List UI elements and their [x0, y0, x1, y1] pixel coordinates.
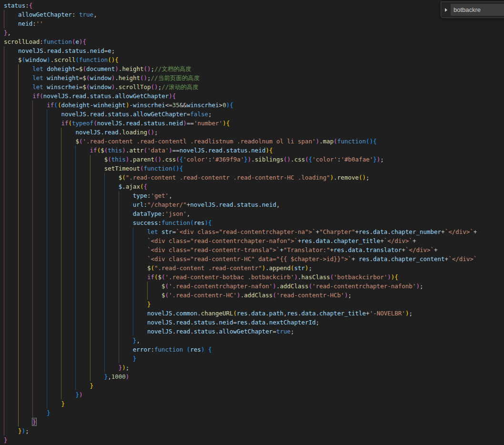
code-token: 'data'	[147, 147, 169, 154]
code-line[interactable]: novelJS.read.status.allowGetChapter=fals…	[4, 110, 504, 119]
code-token: success	[133, 219, 158, 226]
code-line[interactable]: dataType:'json',	[4, 209, 504, 218]
indent-guide	[4, 381, 18, 390]
indent-guide	[75, 327, 90, 336]
code-token: +	[413, 237, 416, 244]
code-token: .	[122, 183, 126, 190]
indent-guide	[18, 282, 32, 291]
code-token: data	[251, 319, 265, 326]
indent-guide	[32, 263, 47, 273]
code-line[interactable]: }	[4, 300, 504, 309]
code-token: data	[316, 237, 330, 244]
code-line[interactable]: }	[4, 381, 504, 390]
chevron-right-icon[interactable]	[441, 2, 451, 18]
code-token: .	[363, 246, 366, 253]
bracket: }	[18, 427, 22, 435]
code-line[interactable]: `<div class="read-contentr-transla">`+"T…	[4, 245, 504, 254]
code-line[interactable]: }	[4, 435, 504, 445]
code-line[interactable]: }	[4, 408, 504, 417]
code-line[interactable]: });	[4, 363, 504, 372]
code-token: .	[319, 138, 323, 145]
code-line[interactable]: $('.read-content .read-contentl .readlis…	[4, 137, 504, 146]
code-line[interactable]: $(".read-content .read-contentr .read-co…	[4, 173, 504, 182]
code-line[interactable]: novelJS.read.status.allowGetChapter=true…	[4, 327, 504, 336]
bracket: )	[237, 292, 241, 299]
code-line[interactable]: let winscrhei=$(window).scrollTop();//滚动…	[4, 82, 504, 91]
code-line[interactable]: $('.read-contentr-HC').addClass('read-co…	[4, 291, 504, 300]
code-token: .	[129, 156, 133, 163]
code-line[interactable]: neid:''	[4, 19, 504, 28]
indent-guide	[104, 273, 119, 282]
code-line[interactable]: novelJS.read.status.neid=res.data.nextCh…	[4, 318, 504, 327]
code-line[interactable]: $.ajax({	[4, 182, 504, 191]
indent-guide	[4, 263, 18, 273]
code-line[interactable]: if(typeof(novelJS.read.status.neid)=='nu…	[4, 119, 504, 128]
indent-guide	[47, 336, 61, 345]
code-line[interactable]: allowGetChapter: true,	[4, 10, 504, 19]
code-line[interactable]: if($(this).attr('data')==novelJS.read.st…	[4, 146, 504, 155]
code-area[interactable]: status:{allowGetChapter: true,neid:''},s…	[4, 1, 504, 445]
indent-guide	[32, 173, 47, 182]
code-line[interactable]: $(".read-content .read-contentr").append…	[4, 263, 504, 273]
code-token: novelJS	[147, 310, 172, 317]
code-line[interactable]: }	[4, 417, 504, 426]
code-line[interactable]: url:"/chapter/"+novelJS.read.status.neid…	[4, 200, 504, 209]
indent-guide	[90, 345, 104, 354]
bracket: )	[144, 74, 148, 81]
code-line[interactable]: if((doheight-winheight)-winscrhei<=35&&w…	[4, 101, 504, 110]
code-line[interactable]: `<div class="read-contentrchapter-nafon"…	[4, 236, 504, 245]
code-line[interactable]: if(novelJS.read.status.allowGetChapter){	[4, 91, 504, 101]
code-line[interactable]: });	[4, 426, 504, 435]
bracket: )	[115, 65, 119, 72]
indent-guide	[119, 245, 133, 254]
bracket: (	[86, 83, 90, 91]
code-line[interactable]: novelJS.read.status.neid=e;	[4, 46, 504, 55]
code-line[interactable]: error:function (res) {	[4, 345, 504, 354]
find-input[interactable]: botbackre	[451, 4, 504, 16]
code-line[interactable]: let winheight=$(window).height();//当前页面的…	[4, 73, 504, 82]
code-token: $	[161, 283, 165, 290]
code-line[interactable]: },	[4, 336, 504, 345]
code-line[interactable]: },1000)	[4, 372, 504, 381]
indent-guide	[32, 309, 47, 318]
code-token: .	[233, 201, 237, 208]
code-line[interactable]: }	[4, 399, 504, 408]
code-line[interactable]: })	[4, 390, 504, 399]
code-line[interactable]: let doheight=$(document).height();//文档的高…	[4, 64, 504, 73]
indent-guide	[18, 372, 32, 381]
code-line[interactable]: status:{	[4, 1, 504, 10]
indent-guide	[18, 263, 32, 273]
code-line[interactable]: $('.read-contentrchapter-nafon').addClas…	[4, 282, 504, 291]
code-token: .	[265, 319, 269, 326]
code-token: setTimeout	[104, 165, 140, 172]
code-line[interactable]: novelJS.common.changeURL(res.data.path,r…	[4, 309, 504, 318]
indent-guide	[119, 309, 133, 318]
code-token: novelJS	[147, 319, 172, 326]
code-line[interactable]: },	[4, 28, 504, 37]
code-line[interactable]: if($('.read-contentr-botbac .botbackcirb…	[4, 273, 504, 282]
code-line[interactable]: success:function(res){	[4, 218, 504, 227]
code-line[interactable]: $(window).scroll(function(){	[4, 55, 504, 64]
indent-guide	[133, 327, 147, 336]
code-line[interactable]: scrollLoad:function(e){	[4, 37, 504, 46]
code-line[interactable]: type:'get',	[4, 191, 504, 200]
code-token: +	[441, 228, 445, 235]
code-line[interactable]: }	[4, 354, 504, 363]
indent-guide	[4, 345, 18, 354]
bracket: (	[165, 292, 169, 299]
indent-guide	[4, 182, 18, 191]
code-token: data	[348, 246, 362, 253]
code-line[interactable]: let str=`<div class="read-contentrchapte…	[4, 227, 504, 236]
bracket: }	[75, 391, 79, 398]
code-line[interactable]: novelJS.read.loading();	[4, 128, 504, 137]
code-line[interactable]: setTimeout(function(){	[4, 164, 504, 173]
find-widget[interactable]: botbackre	[441, 1, 504, 18]
code-line[interactable]: `<div class="read-contentr-HC" data="{{ …	[4, 254, 504, 263]
code-line[interactable]: $(this).parent().css({'color':'#369f9a'}…	[4, 155, 504, 164]
indent-guide	[32, 318, 47, 327]
bracket: (	[151, 264, 154, 272]
indent-guide	[32, 209, 47, 218]
indent-guide	[32, 245, 47, 254]
indent-guide	[32, 128, 47, 137]
code-token: read	[219, 201, 233, 208]
